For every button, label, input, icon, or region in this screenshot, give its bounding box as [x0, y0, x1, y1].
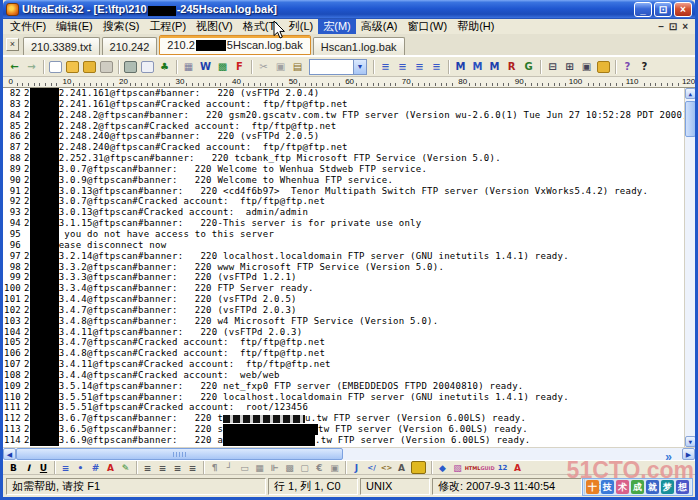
paste-icon[interactable]: ▤ [289, 59, 306, 75]
scroll-up-button[interactable]: ▲ [685, 88, 695, 99]
menu-edit[interactable]: 编辑(E) [51, 19, 98, 34]
menu-search[interactable]: 搜索(S) [98, 19, 145, 34]
function-list-icon[interactable]: F [231, 59, 248, 75]
html-tidy-icon[interactable]: HTML [465, 461, 480, 474]
forward-icon[interactable]: → [23, 59, 40, 75]
horizontal-scroll-thumb[interactable] [16, 448, 343, 460]
scroll-left-button[interactable]: ◀ [3, 448, 16, 460]
toolbar-separator [251, 60, 252, 74]
menu-macro[interactable]: 宏(M) [318, 19, 356, 34]
mdi-close-button[interactable]: × [682, 21, 688, 32]
back-icon[interactable]: ← [6, 59, 23, 75]
tag-icon[interactable]: <> [379, 461, 394, 474]
scroll-down-button[interactable]: ▼ [685, 436, 695, 447]
redaction-box [30, 262, 59, 273]
menu-column[interactable]: 列(L) [284, 19, 318, 34]
open-file-icon[interactable] [66, 61, 79, 73]
combo-dropdown-icon[interactable]: ▼ [353, 60, 366, 74]
tab-210-242[interactable]: 210.242 [102, 37, 158, 55]
flag-icon[interactable]: ⊩ [267, 461, 282, 474]
tab-hscan-log[interactable]: 210.25Hscan.log.bak [159, 35, 310, 55]
goto-line-icon[interactable]: 12 [495, 461, 510, 474]
bullet-list-icon[interactable]: • [73, 461, 88, 474]
file-tree-icon[interactable] [597, 61, 610, 73]
bookmark-clear-icon[interactable]: ≡ [428, 59, 445, 75]
align-center-icon[interactable]: ≡ [155, 461, 170, 474]
highlight-pen-icon[interactable]: ✎ [118, 461, 133, 474]
horizontal-scrollbar[interactable]: ◀ ▶ [3, 447, 695, 460]
numbered-list-icon[interactable]: # [88, 461, 103, 474]
favorites-combo[interactable]: ▼ [309, 59, 367, 75]
frame-icon[interactable]: ▣ [327, 461, 342, 474]
code-icon[interactable]: </ [364, 461, 379, 474]
bold-icon[interactable]: B [6, 461, 21, 474]
close-button[interactable]: × [674, 2, 692, 17]
align-right-icon[interactable]: ≡ [170, 461, 185, 474]
print-preview-icon[interactable] [141, 61, 154, 73]
italic-icon[interactable]: I [21, 461, 36, 474]
line-break-icon[interactable]: ┘ [222, 461, 237, 474]
text-attr-icon[interactable]: A [394, 461, 409, 474]
tab-close-button[interactable]: × [6, 38, 19, 51]
bookmark-prev-icon[interactable]: ≡ [394, 59, 411, 75]
menu-help[interactable]: 帮助(H) [452, 19, 499, 34]
bookmark-next-icon[interactable]: ≡ [411, 59, 428, 75]
tab-hscan1-log[interactable]: Hscan1.log.bak [313, 37, 405, 55]
color-picker-icon[interactable]: ◆ [435, 461, 450, 474]
copy-icon[interactable]: ▣ [272, 59, 289, 75]
guid-icon[interactable]: GUID [480, 461, 495, 474]
menu-window[interactable]: 窗口(W) [402, 19, 452, 34]
spell-check-icon[interactable]: ♣ [156, 59, 173, 75]
replace-icon[interactable]: R [503, 59, 520, 75]
horizontal-scroll-track[interactable] [343, 448, 682, 460]
paragraph-icon[interactable]: ¶ [207, 461, 222, 474]
new-file-icon[interactable] [49, 61, 62, 73]
menu-file[interactable]: 文件(F) [5, 19, 51, 34]
split-window-icon[interactable]: ⊟ [544, 59, 561, 75]
palette-icon[interactable]: ▧ [450, 461, 465, 474]
grid-icon[interactable]: ▩ [282, 461, 297, 474]
tab-210-3389[interactable]: 210.3389.txt [23, 37, 100, 55]
help-icon[interactable]: ? [619, 59, 636, 75]
align-justify-icon[interactable]: ≡ [185, 461, 200, 474]
maximize-button[interactable]: ⊡ [654, 2, 672, 17]
print-icon[interactable] [124, 61, 137, 73]
menu-advanced[interactable]: 高级(A) [356, 19, 403, 34]
mdi-restore-button[interactable]: ⊡ [669, 21, 677, 32]
word-wrap-icon[interactable]: W [197, 59, 214, 75]
table-icon[interactable]: ▦ [252, 461, 267, 474]
save-icon[interactable] [100, 61, 113, 73]
cascade-windows-icon[interactable]: ▣ [578, 59, 595, 75]
editor-line: 9123.0.13@ftpscan#banner: 220 <cd4f6b97>… [3, 186, 684, 197]
replace-in-files-icon[interactable]: G [520, 59, 537, 75]
vertical-scroll-thumb[interactable] [685, 101, 695, 137]
menu-project[interactable]: 工程(P) [144, 19, 191, 34]
find-in-files-icon[interactable]: M [486, 59, 503, 75]
indent-icon[interactable]: ≡ [58, 461, 73, 474]
checkbox-icon[interactable]: ▢ [297, 461, 312, 474]
euro-icon[interactable]: € [312, 461, 327, 474]
tile-windows-icon[interactable]: ⊞ [561, 59, 578, 75]
menu-view[interactable]: 视图(V) [191, 19, 238, 34]
mdi-minimize-button[interactable]: – [658, 21, 664, 32]
scroll-right-button[interactable]: ▶ [682, 448, 695, 460]
align-left-icon[interactable]: ≡ [140, 461, 155, 474]
minimize-button[interactable]: _ [634, 2, 652, 17]
editor-line: 8622.248.240@ftpscan#banner: 220 (vsFTPd… [3, 131, 684, 142]
cut-icon[interactable]: ✂ [255, 59, 272, 75]
find-icon[interactable]: M [452, 59, 469, 75]
font-color-icon[interactable]: A [103, 461, 118, 474]
image-icon[interactable]: ▭ [237, 461, 252, 474]
hex-edit-icon[interactable]: ▩ [214, 59, 231, 75]
lock-icon[interactable] [411, 461, 426, 474]
context-help-icon[interactable]: ? [636, 59, 653, 75]
underline-icon[interactable]: U [36, 461, 51, 474]
spell-red-icon[interactable]: A [510, 461, 525, 474]
display-mode-icon[interactable]: ▦ [180, 59, 197, 75]
anchor-icon[interactable]: J [349, 461, 364, 474]
vertical-scrollbar[interactable]: ▲ ▼ [684, 88, 695, 447]
find-next-icon[interactable]: M [469, 59, 486, 75]
edit-area[interactable]: 8222.241.161@ftpscan#banner: 220 (vsFTPd… [3, 88, 695, 447]
quick-open-icon[interactable] [83, 61, 96, 73]
bookmark-toggle-icon[interactable]: ≡ [377, 59, 394, 75]
